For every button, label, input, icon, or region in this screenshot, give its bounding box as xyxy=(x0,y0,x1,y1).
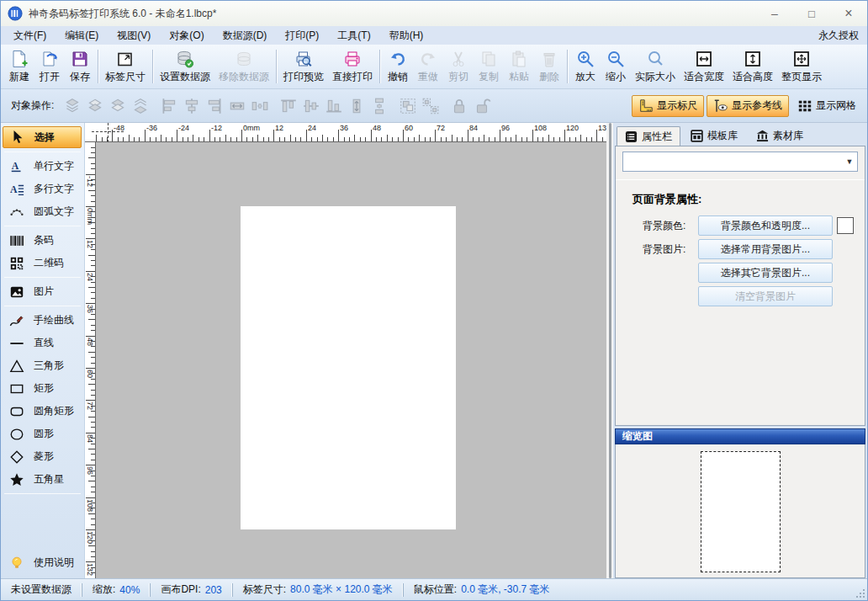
ungroup-button xyxy=(419,94,442,117)
maximize-button[interactable]: □ xyxy=(793,1,830,26)
toolbar-separator xyxy=(152,50,153,83)
zoom-in-button[interactable]: 放大 xyxy=(570,45,601,88)
resize-grip[interactable] xyxy=(855,588,865,598)
menu-file[interactable]: 文件(F) xyxy=(4,26,56,45)
new-button[interactable]: 新建 xyxy=(4,45,34,88)
tool-single-line-text[interactable]: A 单行文字 xyxy=(3,156,82,177)
app-logo-icon xyxy=(8,6,23,21)
tool-triangle[interactable]: 三角形 xyxy=(3,355,82,376)
toolbar-label: 打开 xyxy=(40,70,60,84)
tool-barcode[interactable]: 条码 xyxy=(3,230,82,251)
tool-diamond[interactable]: 菱形 xyxy=(3,446,82,467)
tool-qr-code[interactable]: 二维码 xyxy=(3,253,82,274)
tool-label: 手绘曲线 xyxy=(34,313,74,327)
database-remove-icon xyxy=(235,49,253,69)
tool-rectangle[interactable]: 矩形 xyxy=(3,378,82,399)
menu-edit[interactable]: 编辑(E) xyxy=(56,26,108,45)
menu-view[interactable]: 视图(V) xyxy=(108,26,160,45)
tool-circle[interactable]: 圆形 xyxy=(3,423,82,444)
unlock-button xyxy=(470,94,493,117)
toolbar-label: 设置数据源 xyxy=(160,70,210,84)
menu-help[interactable]: 帮助(H) xyxy=(380,26,433,45)
tab-templates[interactable]: 模板库 xyxy=(682,125,746,146)
undo-button[interactable]: 撤销 xyxy=(383,45,413,88)
toolbar-label: 移除数据源 xyxy=(219,70,269,84)
tool-label: 五角星 xyxy=(34,472,64,487)
tool-label: 矩形 xyxy=(34,381,54,396)
tool-freehand-curve[interactable]: 手绘曲线 xyxy=(3,310,82,331)
same-width-button xyxy=(225,94,248,117)
choose-other-bg-button[interactable]: 选择其它背景图片... xyxy=(698,263,833,283)
menu-tools[interactable]: 工具(T) xyxy=(328,26,379,45)
zoom-out-button[interactable]: 缩小 xyxy=(601,45,631,88)
choose-common-bg-button[interactable]: 选择常用背景图片... xyxy=(698,239,833,259)
tool-rounded-rectangle[interactable]: 圆角矩形 xyxy=(3,401,82,422)
fit-width-button[interactable]: 适合宽度 xyxy=(680,45,728,88)
help-button[interactable]: 使用说明 xyxy=(3,552,82,573)
object-selector-dropdown[interactable]: ▼ xyxy=(622,152,858,172)
arc-text-icon xyxy=(6,205,28,220)
tool-star[interactable]: 五角星 xyxy=(3,469,82,490)
toolbar-label: 删除 xyxy=(539,70,559,84)
print-preview-icon xyxy=(294,49,313,69)
label-page[interactable] xyxy=(241,206,456,529)
bg-color-swatch[interactable] xyxy=(837,217,854,234)
undo-icon xyxy=(389,49,407,69)
tab-materials[interactable]: 素材库 xyxy=(748,125,812,146)
redo-button: 重做 xyxy=(413,45,443,88)
ruler-origin-marker xyxy=(108,123,108,142)
close-button[interactable]: × xyxy=(830,1,867,26)
thumbnail-page-preview[interactable] xyxy=(701,451,781,572)
print-preview-button[interactable]: 打印预览 xyxy=(279,45,328,88)
tool-straight-line[interactable]: 直线 xyxy=(3,332,82,354)
status-bar: 未设置数据源 缩放:40% 画布DPI:203 标签尺寸:80.0 毫米 × 1… xyxy=(1,578,867,600)
menu-print[interactable]: 打印(P) xyxy=(276,26,328,45)
tool-label: 选择 xyxy=(34,130,55,145)
multi-text-icon: A xyxy=(6,182,28,197)
tab-properties[interactable]: 属性栏 xyxy=(617,126,680,146)
minimize-button[interactable]: – xyxy=(756,1,793,26)
fit-page-button[interactable]: 整页显示 xyxy=(777,45,826,88)
menu-datasource[interactable]: 数据源(D) xyxy=(214,26,277,45)
toolbar-label: 放大 xyxy=(575,70,595,84)
open-button[interactable]: 打开 xyxy=(34,45,65,88)
show-grid-toggle[interactable]: 显示网格 xyxy=(791,95,862,117)
send-to-back-button xyxy=(129,94,151,117)
right-panel-tabs: 属性栏 模板库 素材库 xyxy=(615,123,865,146)
copy-button: 复制 xyxy=(474,45,504,88)
design-canvas[interactable] xyxy=(96,142,606,578)
vertical-ruler: -120mm1224364860728496108120132 xyxy=(85,142,96,578)
distribute-horizontal-button xyxy=(248,94,271,117)
cut-button: 剪切 xyxy=(443,45,474,88)
tool-select[interactable]: 选择 xyxy=(3,126,82,148)
label-size-button[interactable]: 标签尺寸 xyxy=(101,45,150,88)
toolbar-label: 标签尺寸 xyxy=(105,70,146,84)
fit-height-button[interactable]: 适合高度 xyxy=(728,45,777,88)
tool-multi-line-text[interactable]: A 多行文字 xyxy=(3,178,82,199)
set-datasource-button[interactable]: 设置数据源 xyxy=(156,45,214,88)
actual-size-icon xyxy=(646,49,664,69)
actual-size-button[interactable]: 实际大小 xyxy=(631,45,680,88)
save-button[interactable]: 保存 xyxy=(65,45,95,88)
tool-arc-text[interactable]: 圆弧文字 xyxy=(3,201,82,222)
tool-image[interactable]: 图片 xyxy=(3,281,82,302)
object-operations-label: 对象操作: xyxy=(11,98,54,113)
copy-icon xyxy=(479,49,498,69)
status-mouse-position: 鼠标位置:0.0 毫米, -30.7 毫米 xyxy=(403,583,560,597)
library-bank-icon xyxy=(756,130,769,142)
toolbar-label: 缩小 xyxy=(606,70,626,84)
ruler-icon xyxy=(638,98,654,114)
menu-object[interactable]: 对象(O) xyxy=(160,26,213,45)
thumbnail-header: 缩览图 xyxy=(615,428,865,444)
toolbox-separator xyxy=(4,226,81,226)
panel-splitter[interactable] xyxy=(606,123,613,578)
tool-label: 使用说明 xyxy=(34,556,74,570)
toolbox-separator xyxy=(4,493,81,494)
align-left-button xyxy=(157,94,180,117)
show-guides-toggle[interactable]: 显示参考线 xyxy=(707,95,789,117)
bg-color-button[interactable]: 背景颜色和透明度... xyxy=(698,215,833,236)
toolbar-label: 直接打印 xyxy=(332,70,373,84)
direct-print-button[interactable]: 直接打印 xyxy=(328,45,377,88)
show-ruler-toggle[interactable]: 显示标尺 xyxy=(632,95,704,117)
toolbar-label: 剪切 xyxy=(448,70,468,84)
